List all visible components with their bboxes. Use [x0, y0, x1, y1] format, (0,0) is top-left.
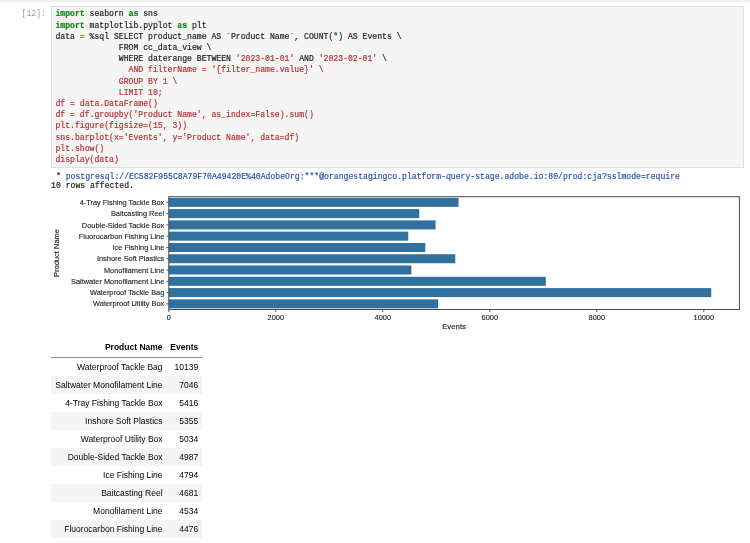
- svg-text:Double-Sided Tackle Box: Double-Sided Tackle Box: [82, 221, 165, 230]
- svg-text:Baitcasting Reel: Baitcasting Reel: [111, 209, 165, 218]
- svg-text:Monofilament Line: Monofilament Line: [104, 266, 164, 275]
- svg-text:2000: 2000: [268, 313, 284, 322]
- svg-text:Inshore Soft Plastics: Inshore Soft Plastics: [97, 254, 165, 263]
- svg-text:10000: 10000: [694, 313, 715, 322]
- svg-text:Fluorocarbon Fishing Line: Fluorocarbon Fishing Line: [79, 232, 164, 241]
- svg-text:Events: Events: [442, 322, 466, 331]
- svg-text:Saltwater Monofilament Line: Saltwater Monofilament Line: [71, 277, 164, 286]
- svg-text:Waterproof Utility Box: Waterproof Utility Box: [93, 299, 164, 308]
- svg-text:8000: 8000: [589, 313, 605, 322]
- svg-text:6000: 6000: [482, 313, 498, 322]
- svg-text:Waterproof Tackle Bag: Waterproof Tackle Bag: [90, 288, 164, 297]
- svg-text:4-Tray Fishing Tackle Box: 4-Tray Fishing Tackle Box: [80, 198, 165, 207]
- svg-text:Product Name: Product Name: [52, 229, 61, 277]
- svg-text:0: 0: [167, 313, 171, 322]
- svg-text:Ice Fishing Line: Ice Fishing Line: [113, 243, 165, 252]
- svg-text:4000: 4000: [375, 313, 391, 322]
